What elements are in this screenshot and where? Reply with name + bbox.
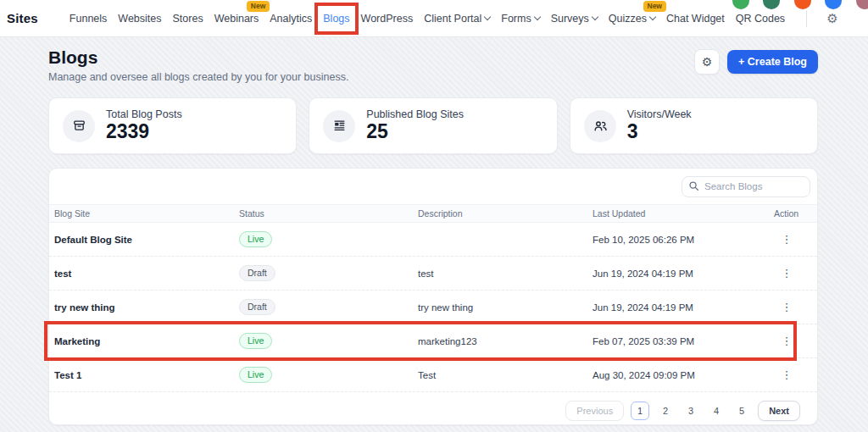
nav-item-webinars[interactable]: Webinars New <box>214 11 260 26</box>
page-number-5[interactable]: 5 <box>732 402 751 420</box>
kebab-menu-icon[interactable]: ⋮ <box>777 264 796 283</box>
last-updated: Jun 19, 2024 04:19 PM <box>593 269 774 279</box>
column-header-status: Status <box>239 208 418 219</box>
blog-name: test <box>54 269 239 279</box>
avatar[interactable] <box>794 0 811 9</box>
chevron-down-icon <box>649 14 656 20</box>
kebab-menu-icon[interactable]: ⋮ <box>777 366 796 385</box>
blog-settings-button[interactable]: ⚙ <box>694 49 720 75</box>
pagination: Previous 1 2 3 4 5 Next <box>49 401 800 421</box>
blog-description: test <box>418 269 593 279</box>
table-row[interactable]: try new thing Draft try new thing Jun 19… <box>49 291 817 324</box>
nav-item-surveys[interactable]: Surveys <box>550 11 598 26</box>
nav-item-blogs-active[interactable]: Blogs <box>322 11 350 26</box>
search-row <box>49 169 817 204</box>
kebab-menu-icon[interactable]: ⋮ <box>777 298 796 317</box>
blog-description: marketing123 <box>418 336 593 346</box>
brand-sites: Sites <box>7 11 38 25</box>
status-badge: Live <box>239 333 272 350</box>
column-header-last-updated: Last Updated <box>593 208 774 219</box>
blogs-table-card: Blog Site Status Description Last Update… <box>48 168 818 425</box>
chevron-down-icon <box>533 14 540 20</box>
search-box <box>682 176 810 197</box>
page-content: Blogs Manage and oversee all blogs creat… <box>48 37 818 425</box>
status-badge: Live <box>239 367 272 384</box>
column-header-description: Description <box>418 208 593 219</box>
nav-items: Funnels Websites Stores Webinars New Ana… <box>69 10 838 27</box>
top-navigation: Sites Funnels Websites Stores Webinars N… <box>0 0 868 37</box>
column-header-blog-site: Blog Site <box>54 208 239 219</box>
last-updated: Aug 30, 2024 09:09 PM <box>593 370 774 380</box>
avatar[interactable] <box>825 0 842 9</box>
gear-icon: ⚙ <box>702 55 713 69</box>
chevron-down-icon <box>484 14 491 20</box>
page-number-2[interactable]: 2 <box>656 402 675 420</box>
stat-label: Published Blog Sites <box>366 108 464 120</box>
page-number-3[interactable]: 3 <box>682 402 700 420</box>
table-row[interactable]: Test 1 Live Test Aug 30, 2024 09:09 PM ⋮ <box>49 358 817 392</box>
search-blogs-input[interactable] <box>682 176 810 197</box>
nav-item-stores[interactable]: Stores <box>172 11 204 26</box>
last-updated: Jun 19, 2024 04:19 PM <box>593 302 774 313</box>
article-feed-icon <box>323 110 355 142</box>
gear-icon[interactable]: ⚙ <box>826 12 837 25</box>
header-actions: ⚙ + Create Blog <box>694 49 818 75</box>
nav-item-quizzes[interactable]: Quizzes New <box>608 11 656 26</box>
archive-box-icon <box>63 110 95 142</box>
stat-label: Total Blog Posts <box>106 108 182 120</box>
nav-item-analytics[interactable]: Analytics <box>269 11 313 26</box>
people-icon <box>584 110 616 142</box>
new-badge: New <box>643 1 666 12</box>
blog-description: try new thing <box>418 302 593 313</box>
stat-card-published-sites: Published Blog Sites 25 <box>309 97 557 154</box>
stat-value: 2339 <box>106 120 182 142</box>
blog-name: Marketing <box>54 336 239 346</box>
new-badge: New <box>247 1 270 12</box>
blog-name: try new thing <box>54 302 239 313</box>
stat-card-visitors-week: Visitors/Week 3 <box>570 97 818 154</box>
stat-card-total-posts: Total Blog Posts 2339 <box>48 97 297 154</box>
avatar[interactable] <box>856 0 868 9</box>
table-row[interactable]: test Draft test Jun 19, 2024 04:19 PM ⋮ <box>49 257 817 291</box>
page-header: Blogs Manage and oversee all blogs creat… <box>48 47 818 83</box>
avatar[interactable] <box>732 0 749 9</box>
status-badge: Draft <box>239 299 275 316</box>
create-blog-button[interactable]: + Create Blog <box>727 50 818 74</box>
avatar[interactable] <box>763 0 780 9</box>
table-header-row: Blog Site Status Description Last Update… <box>49 204 817 223</box>
nav-divider <box>806 10 807 27</box>
avatar-row <box>732 0 868 11</box>
status-badge: Draft <box>239 265 275 282</box>
nav-item-forms[interactable]: Forms <box>500 11 540 26</box>
nav-item-chat-widget[interactable]: Chat Widget <box>665 11 726 26</box>
table-row[interactable]: Default Blog Site Live Feb 10, 2025 06:2… <box>49 223 817 257</box>
column-header-action: Action <box>774 208 817 219</box>
stat-cards: Total Blog Posts 2339 Published Blog Sit… <box>48 97 818 154</box>
nav-item-qr-codes[interactable]: QR Codes <box>735 11 786 26</box>
nav-item-funnels[interactable]: Funnels <box>69 11 108 26</box>
last-updated: Feb 07, 2025 03:39 PM <box>593 336 774 346</box>
nav-item-wordpress[interactable]: WordPress <box>360 11 415 26</box>
search-icon <box>688 180 699 191</box>
table-row-marketing-highlighted[interactable]: Marketing Live marketing123 Feb 07, 2025… <box>49 324 817 358</box>
page-subtitle: Manage and oversee all blogs created by … <box>48 71 348 83</box>
stat-value: 25 <box>366 120 464 142</box>
blog-description: Test <box>418 370 593 380</box>
stat-value: 3 <box>627 120 692 142</box>
nav-item-websites[interactable]: Websites <box>117 11 162 26</box>
kebab-menu-icon[interactable]: ⋮ <box>777 230 796 249</box>
blog-name: Test 1 <box>54 370 239 380</box>
last-updated: Feb 10, 2025 06:26 PM <box>593 235 774 245</box>
active-tab-underline <box>322 32 350 34</box>
kebab-menu-icon[interactable]: ⋮ <box>777 332 796 351</box>
next-page-button[interactable]: Next <box>758 401 800 421</box>
page-title: Blogs <box>48 47 348 68</box>
page-number-1[interactable]: 1 <box>631 402 649 420</box>
nav-item-client-portal[interactable]: Client Portal <box>423 11 491 26</box>
status-badge: Live <box>239 231 272 248</box>
previous-page-button[interactable]: Previous <box>565 401 624 421</box>
page-number-4[interactable]: 4 <box>707 402 726 420</box>
blog-name: Default Blog Site <box>54 235 239 245</box>
chevron-down-icon <box>592 14 598 20</box>
stat-label: Visitors/Week <box>627 108 692 120</box>
